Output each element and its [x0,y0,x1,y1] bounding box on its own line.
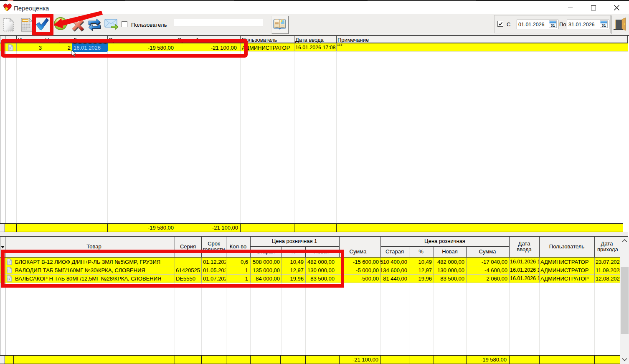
svg-text:31: 31 [550,23,555,28]
svg-text:31: 31 [601,23,606,28]
